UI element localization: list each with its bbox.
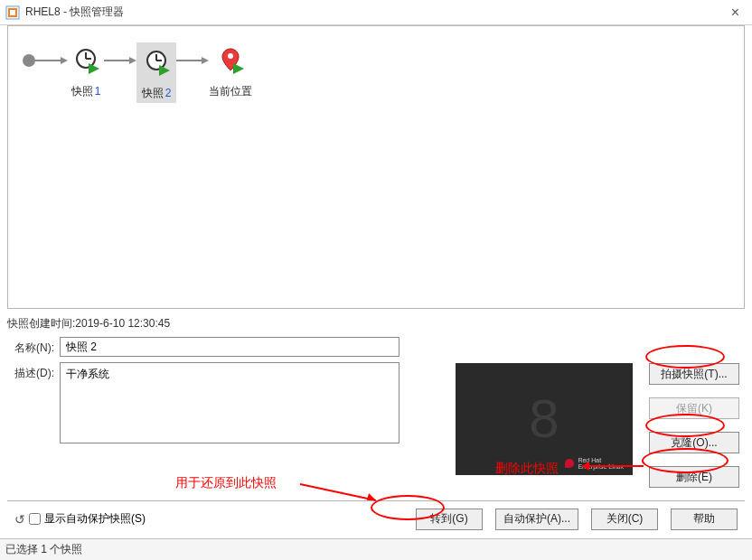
clock-play-icon: [72, 47, 99, 74]
app-icon: [5, 5, 20, 20]
redhat-logo: Red Hat Enterprise Linux: [565, 457, 624, 470]
svg-point-17: [228, 53, 233, 59]
svg-marker-8: [89, 63, 99, 74]
show-auto-checkbox[interactable]: 显示自动保护快照(S): [29, 511, 146, 527]
snapshot2-num: 2: [165, 87, 172, 99]
created-value: 2019-6-10 12:30:45: [75, 317, 170, 330]
redhat-icon: [565, 459, 574, 468]
arrow-icon: [104, 42, 136, 79]
annotation-ring-clone: [645, 414, 725, 437]
name-label: 名称(N):: [7, 337, 60, 357]
history-icon: ↺: [14, 512, 25, 527]
desc-input[interactable]: 干净系统: [60, 362, 400, 443]
client-area: 快照1 快照2 当前位置 快照创建时间:2019-6: [7, 25, 745, 537]
snapshot-preview[interactable]: 8 Red Hat Enterprise Linux: [456, 363, 633, 475]
svg-marker-14: [159, 65, 170, 76]
svg-marker-18: [233, 63, 244, 74]
help-button[interactable]: 帮助: [671, 509, 738, 530]
current-label: 当前位置: [209, 84, 252, 99]
clock-play-icon: [143, 49, 170, 76]
svg-marker-10: [129, 57, 136, 64]
snapshot-node-1[interactable]: 快照1: [68, 42, 104, 99]
snapshot-node-2[interactable]: 快照2: [136, 42, 176, 103]
svg-marker-16: [202, 57, 209, 64]
snapshot-tree[interactable]: 快照1 快照2 当前位置: [7, 25, 745, 309]
preview-glyph: 8: [529, 392, 559, 446]
arrow-icon: [35, 42, 68, 79]
autoprotect-button[interactable]: 自动保护(A)...: [495, 509, 578, 530]
created-label: 快照创建时间:: [7, 317, 75, 330]
statusbar: 已选择 1 个快照: [0, 538, 752, 560]
brand-top: Red Hat: [578, 457, 624, 463]
pin-play-icon: [217, 47, 244, 74]
show-auto-check[interactable]: [29, 513, 41, 525]
titlebar: RHEL8 - 快照管理器 ×: [0, 0, 752, 25]
svg-rect-2: [10, 10, 15, 15]
snapshot1-label: 快照: [71, 85, 93, 98]
close-button[interactable]: 关闭(C): [591, 509, 658, 530]
window-title: RHEL8 - 快照管理器: [25, 5, 124, 20]
annotation-ring-goto: [371, 495, 445, 520]
root-node-icon[interactable]: [23, 54, 35, 67]
arrow-icon: [176, 42, 209, 79]
svg-marker-4: [61, 57, 68, 64]
desc-label: 描述(D):: [7, 362, 60, 443]
show-auto-label: 显示自动保护快照(S): [44, 511, 146, 527]
name-input[interactable]: [60, 337, 400, 357]
snapshot1-num: 1: [95, 85, 101, 98]
status-text: 已选择 1 个快照: [5, 542, 82, 557]
snapshot2-label: 快照: [142, 87, 164, 99]
close-icon[interactable]: ×: [724, 5, 747, 21]
annotation-ring-take: [645, 345, 725, 369]
brand-bot: Enterprise Linux: [578, 463, 624, 470]
details-panel: 快照创建时间:2019-6-10 12:30:45 名称(N): 描述(D): …: [7, 316, 745, 443]
annotation-ring-delete: [642, 448, 728, 473]
current-node[interactable]: 当前位置: [209, 42, 252, 99]
